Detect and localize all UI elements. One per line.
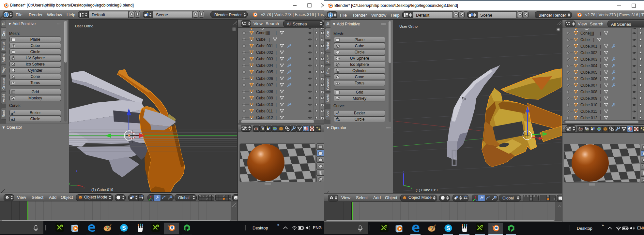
svg-text:User Ortho: User Ortho xyxy=(75,24,93,28)
svg-text:y: y xyxy=(69,182,70,185)
svg-text:(1) Cube.019: (1) Cube.019 xyxy=(91,188,113,192)
svg-text:z: z xyxy=(76,169,78,173)
svg-text:User Ortho: User Ortho xyxy=(399,24,418,28)
svg-text:S: S xyxy=(122,225,126,231)
svg-text:(1) Cube.019: (1) Cube.019 xyxy=(416,188,437,192)
svg-text:x: x xyxy=(83,186,85,189)
svg-text:z: z xyxy=(403,170,404,173)
svg-text:y: y xyxy=(411,186,412,189)
svg-text:S: S xyxy=(446,225,450,231)
